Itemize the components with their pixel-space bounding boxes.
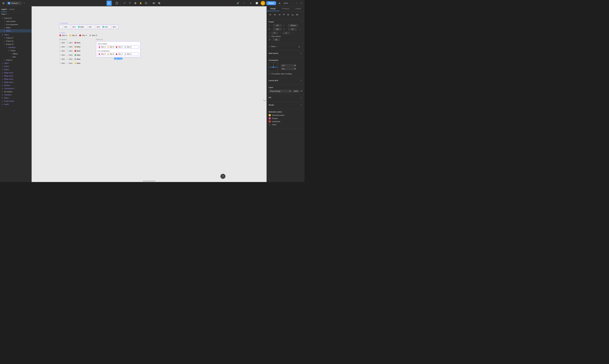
mask-tool[interactable] [151, 1, 156, 6]
stroke-add-btn[interactable]: + [300, 104, 303, 106]
layer-component1[interactable]: ✦ Component 1 [0, 87, 31, 90]
align-top-btn[interactable] [282, 13, 286, 17]
constraint-v-select[interactable]: Top Bottom Top and Bottom Center Scale [281, 67, 296, 70]
spacing-input[interactable] [273, 38, 280, 41]
layer-button[interactable]: ✦ Button [0, 68, 31, 71]
svg-rect-22 [292, 14, 293, 15]
layer-filters-frame[interactable]: # Filters [0, 26, 31, 29]
move-tool[interactable] [107, 1, 112, 6]
color-item-0[interactable]: Entrepreunariat [269, 114, 303, 116]
layer-projet-review-label: Projet review [4, 100, 14, 102]
add-tab-button[interactable]: + [22, 1, 26, 5]
clip-checkbox[interactable] [269, 35, 271, 37]
layer-mega-menu-2[interactable]: ◇ Mega menu [0, 74, 31, 78]
align-center-v-btn[interactable] [286, 13, 290, 17]
alt-r1-i1: item [67, 46, 73, 48]
align-right-btn[interactable] [277, 13, 281, 17]
layer-mega-menu-3[interactable]: ◇ Mega menu [0, 78, 31, 80]
comment-tool[interactable] [144, 1, 149, 6]
frame25-content[interactable]: Just a frame filter A filter B filter [96, 41, 140, 57]
color-item-3[interactable]: Texte [269, 124, 303, 126]
layer-filters-4[interactable]: ✦ Filters [0, 96, 31, 100]
layer-frame-sub[interactable]: # Frame [0, 49, 31, 52]
layer-filters-diamond[interactable]: ◇ Filters [0, 29, 31, 32]
maximize-button[interactable]: □ [295, 1, 299, 5]
component-settings-btn[interactable]: ⚙ [298, 46, 300, 48]
layer-mode-select[interactable]: Pass through Normal Multiply Screen [269, 90, 291, 93]
layer-mega-menu-1[interactable]: ◇ Mega menu [0, 71, 31, 74]
layer-cards[interactable]: ✦ Cards [0, 103, 31, 106]
svg-rect-17 [284, 14, 284, 15]
assets-tab[interactable]: Assets [9, 8, 14, 12]
rotation-input[interactable] [271, 32, 278, 34]
align-bottom-btn[interactable] [291, 13, 295, 17]
align-center-h-btn[interactable] [273, 13, 277, 17]
layer-filters-section[interactable]: ✦ Filters [0, 33, 31, 36]
layer-checkbox[interactable]: ◇ checkbox [0, 46, 31, 49]
layer-options[interactable]: ✦ Options [0, 84, 31, 87]
layer-projet-review[interactable]: ◇ Projet review [0, 100, 31, 103]
f25-filter-b2: filter B [107, 53, 114, 55]
fill-add-btn[interactable]: + [300, 96, 303, 99]
w-input[interactable] [273, 28, 282, 31]
components-tool[interactable] [133, 1, 138, 6]
visibility-toggle[interactable] [300, 90, 303, 92]
fix-scrolling-checkbox[interactable] [269, 73, 271, 75]
boolean-tool[interactable] [157, 1, 162, 6]
layer-alt-solution[interactable]: # alt solution [0, 90, 31, 93]
y-input[interactable] [288, 24, 298, 27]
align-left-btn[interactable] [269, 13, 272, 17]
pen-tool[interactable] [122, 1, 127, 6]
canvas[interactable]: ✦ checkbox item item item [32, 6, 267, 182]
layer-frame17[interactable]: ≡ Frame 17 [0, 36, 31, 39]
layer-mega-menu-4[interactable]: ◇ Mega menu [0, 80, 31, 84]
component-more-btn[interactable]: ··· [301, 46, 303, 48]
constraint-h-select[interactable]: Left Right Left and Right Center Scale [281, 64, 296, 67]
layer-frame16[interactable]: ≡ Frame 16 [0, 39, 31, 43]
layer-filters-2[interactable]: ◇ Filters [0, 62, 31, 65]
corner-input[interactable] [283, 32, 290, 34]
alt-solution-area: alt solution item item item item item it… [59, 39, 80, 65]
share-button[interactable]: Share [266, 1, 276, 5]
app-tab[interactable]: U Urbanniz × [6, 1, 22, 5]
layer-filters-3[interactable]: ◇ Filters [0, 65, 31, 68]
play-button[interactable]: ▶ [277, 1, 282, 6]
layer-just-a-frame[interactable]: T Just a frame [0, 20, 31, 23]
color-item-1[interactable]: Espace [269, 117, 303, 119]
layer-filters-3-label: Filters [4, 65, 9, 67]
text-tool[interactable]: T [127, 1, 133, 6]
help-button[interactable]: ? [220, 174, 225, 179]
distribute-btn[interactable] [295, 13, 299, 17]
close-button[interactable]: ✕ [299, 1, 303, 5]
layer-frame25[interactable]: # Frame 25 [0, 17, 31, 20]
zoom-control[interactable]: 121% [284, 2, 288, 4]
layout-grid-add-btn[interactable]: + [300, 79, 303, 82]
layer-ellipse[interactable]: ○ Ellipse [0, 52, 31, 55]
page-selector[interactable]: Page 1 ▼ [0, 12, 31, 16]
layer-checkbox2[interactable]: ✦ checkbox [0, 93, 31, 96]
layers-tab[interactable]: Layers [1, 8, 7, 12]
theme-tool[interactable]: ◑ [248, 1, 253, 6]
layer-frame2[interactable]: ≡ Frame 2 [0, 58, 31, 62]
x-input[interactable] [273, 24, 282, 27]
design-tab[interactable]: Design [267, 6, 279, 11]
link-tool[interactable]: 🔗 [235, 1, 241, 6]
export-tool[interactable]: ⬜ [254, 1, 259, 6]
home-button[interactable] [1, 1, 6, 5]
grid-tool[interactable]: ⬡ [242, 1, 247, 6]
inspect-tab[interactable]: Inspect [292, 6, 304, 11]
opacity-input[interactable] [292, 90, 299, 92]
color-item-2[interactable]: Instantané [269, 120, 303, 123]
canvas-scrollbar[interactable] [143, 181, 155, 181]
hand-tool[interactable]: ✋ [138, 1, 143, 6]
auto-layout-add-btn[interactable]: + [300, 52, 303, 55]
layer-item-text[interactable]: T item [0, 55, 31, 58]
tab-close-icon[interactable]: × [19, 2, 20, 4]
frame-tool[interactable] [114, 1, 119, 6]
layer-in-a-component[interactable]: T in a component [0, 23, 31, 26]
f25-filter-d1: filter D [124, 46, 132, 48]
layer-frame15[interactable]: ≡ Frame 15 [0, 43, 31, 46]
h-input[interactable] [288, 28, 297, 31]
minimize-button[interactable]: ─ [291, 1, 294, 5]
prototype-tab[interactable]: Prototype [279, 6, 292, 11]
